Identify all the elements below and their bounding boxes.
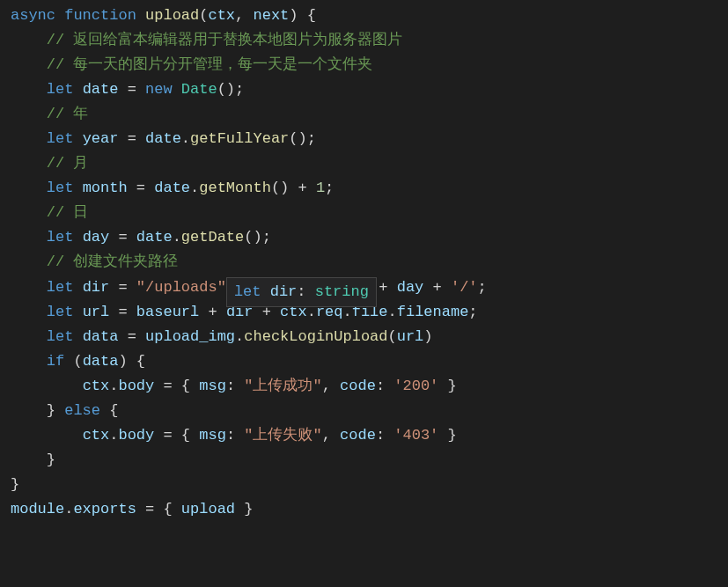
- token-var: body: [118, 427, 154, 444]
- token-num: 1: [316, 180, 325, 196]
- token-kw: let: [47, 304, 74, 320]
- token-pun: ();: [289, 130, 316, 147]
- code-line[interactable]: // 每一天的图片分开管理，每一天是一个文件夹: [0, 53, 728, 77]
- token-str: "上传失败": [244, 427, 321, 444]
- code-line[interactable]: if (data) {: [0, 349, 728, 374]
- token-var: upload: [181, 501, 235, 517]
- token-fn: upload: [145, 7, 199, 24]
- code-line[interactable]: ctx.body = { msg: "上传成功", code: '200' }: [0, 374, 728, 399]
- token-pun: [73, 130, 82, 147]
- token-pun: [136, 7, 145, 24]
- code-line[interactable]: async function upload(ctx, next) {: [0, 4, 728, 28]
- token-pun: [73, 229, 82, 246]
- token-pun: ,: [322, 378, 340, 394]
- token-fn: getMonth: [199, 180, 271, 196]
- token-pun: .: [173, 229, 181, 246]
- code-line[interactable]: }: [0, 473, 728, 497]
- token-kw: if: [47, 353, 64, 370]
- token-var: msg: [199, 427, 226, 444]
- token-var: url: [397, 328, 424, 345]
- token-str: "上传成功": [244, 378, 321, 394]
- code-line[interactable]: } else {: [0, 399, 728, 423]
- code-line[interactable]: // 返回给富本编辑器用于替换本地图片为服务器图片: [0, 28, 728, 53]
- code-line[interactable]: }: [0, 448, 728, 473]
- token-cmt: // 月: [47, 155, 89, 172]
- token-pun: ) {: [289, 7, 316, 24]
- token-cmt: // 返回给富本编辑器用于替换本地图片为服务器图片: [47, 32, 403, 48]
- token-fn: getFullYear: [190, 130, 289, 147]
- token-pun: {: [100, 402, 118, 419]
- token-pun: = {: [154, 378, 199, 394]
- token-pun: .: [235, 328, 244, 345]
- code-line[interactable]: // 创建文件夹路径: [0, 250, 728, 275]
- token-pun: :: [226, 378, 244, 394]
- token-pun: ): [423, 328, 432, 345]
- token-var: date: [145, 130, 181, 147]
- token-var: exports: [73, 501, 136, 517]
- code-line[interactable]: let day = date.getDate();: [0, 225, 728, 250]
- token-kw: let: [47, 328, 74, 345]
- token-pun: :: [376, 427, 393, 444]
- token-pun: (: [199, 7, 208, 24]
- token-kw: let: [47, 229, 74, 246]
- token-var: data: [83, 353, 119, 370]
- token-pun: =: [118, 130, 145, 147]
- token-pun: }: [438, 378, 456, 394]
- token-pun: .: [109, 378, 118, 394]
- token-kw: let: [47, 81, 74, 98]
- token-fn: checkLoginUpload: [244, 328, 387, 345]
- token-var: data: [83, 328, 119, 345]
- token-var: ctx: [208, 7, 235, 24]
- token-pun: =: [118, 328, 145, 345]
- token-pun: = {: [154, 427, 199, 444]
- code-line[interactable]: let dir = "/uploads"let dir: string + da…: [0, 275, 728, 300]
- token-var: baseurl: [136, 304, 199, 320]
- token-var: next: [253, 7, 289, 24]
- code-line[interactable]: // 日: [0, 201, 728, 225]
- token-fn: getDate: [181, 229, 244, 246]
- token-pun: .: [388, 304, 397, 320]
- code-line[interactable]: let month = date.getMonth() + 1;: [0, 176, 728, 201]
- code-editor[interactable]: async function upload(ctx, next) { // 返回…: [0, 0, 728, 525]
- token-cmt: // 年: [47, 106, 89, 122]
- token-pun: =: [118, 81, 145, 98]
- token-pun: [173, 81, 181, 98]
- token-pun: ();: [217, 81, 245, 98]
- token-pun: ;: [478, 279, 487, 296]
- token-pun: }: [47, 451, 55, 468]
- token-pun: ;: [468, 304, 477, 320]
- token-kw: async: [11, 7, 55, 24]
- token-pun: +: [199, 304, 226, 320]
- code-line[interactable]: let data = upload_img.checkLoginUpload(u…: [0, 325, 728, 349]
- token-var: filename: [397, 304, 469, 320]
- code-line[interactable]: module.exports = { upload }: [0, 497, 728, 522]
- token-pun: .: [109, 427, 118, 444]
- token-pun: }: [235, 501, 253, 517]
- token-pun: ();: [244, 229, 271, 246]
- token-pun: [73, 304, 82, 320]
- token-var: month: [83, 180, 128, 196]
- token-pun: }: [11, 476, 19, 493]
- token-str: '200': [393, 378, 438, 394]
- code-line[interactable]: let date = new Date();: [0, 77, 728, 102]
- token-pun: =: [128, 180, 155, 196]
- token-var: day: [83, 229, 110, 246]
- token-var: year: [83, 130, 119, 147]
- token-cls: Date: [181, 81, 217, 98]
- code-line[interactable]: ctx.body = { msg: "上传失败", code: '403' }: [0, 423, 728, 448]
- token-pun: .: [190, 180, 199, 196]
- token-str: '403': [393, 427, 438, 444]
- code-line[interactable]: // 年: [0, 102, 728, 127]
- token-var: code: [340, 378, 376, 394]
- token-kw: else: [64, 402, 100, 419]
- token-kw: let: [47, 279, 74, 296]
- token-pun: (: [388, 328, 397, 345]
- token-pun: ;: [325, 180, 334, 196]
- token-pun: +: [423, 279, 451, 296]
- code-line[interactable]: // 月: [0, 151, 728, 176]
- token-pun: =: [109, 304, 136, 320]
- token-pun: [73, 81, 82, 98]
- token-str: '/': [451, 279, 478, 296]
- code-line[interactable]: let year = date.getFullYear();: [0, 127, 728, 151]
- token-pun: :: [226, 427, 244, 444]
